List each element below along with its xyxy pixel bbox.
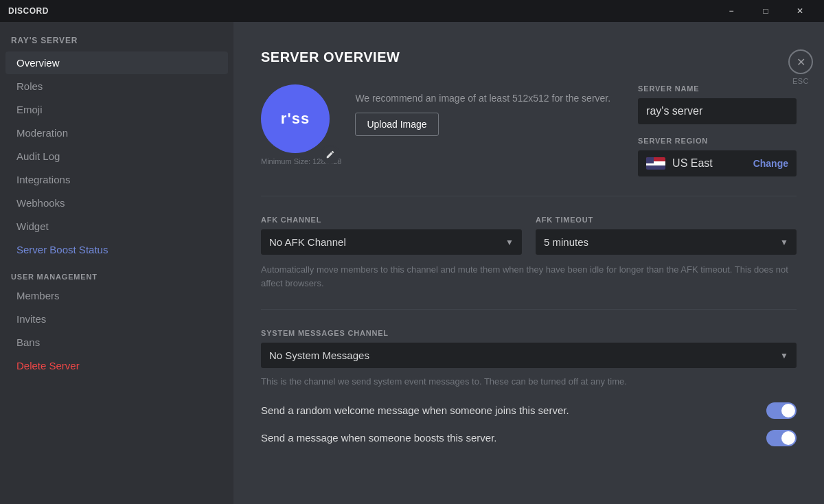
afk-timeout-select[interactable]: 1 minute 5 minutes 10 minutes 30 minutes… (536, 229, 797, 255)
sidebar-item-emoji[interactable]: Emoji (5, 98, 228, 121)
welcome-toggle-row: Send a random welcome message when someo… (261, 402, 797, 419)
sidebar-item-audit-log[interactable]: Audit Log (5, 145, 228, 168)
afk-channel-select[interactable]: No AFK Channel (261, 229, 522, 255)
sidebar-item-widget[interactable]: Widget (5, 215, 228, 238)
server-name-label: SERVER NAME (638, 84, 797, 93)
title-bar: DISCORD − □ ✕ (0, 0, 824, 22)
esc-label: ESC (792, 77, 809, 85)
delete-server-button[interactable]: Delete Server (5, 354, 228, 377)
server-region-label: SERVER REGION (638, 137, 797, 145)
sidebar-server-name: RAY'S SERVER (0, 36, 233, 51)
system-messages-select[interactable]: No System Messages (261, 343, 797, 368)
change-region-button[interactable]: Change (753, 158, 788, 169)
sidebar-item-invites[interactable]: Invites (5, 308, 228, 330)
sidebar-item-members[interactable]: Members (5, 284, 228, 307)
welcome-toggle-label: Send a random welcome message when someo… (261, 404, 569, 416)
afk-channel-select-wrapper: No AFK Channel ▼ (261, 229, 522, 255)
user-management-label: USER MANAGEMENT (0, 262, 233, 284)
sidebar-item-bans[interactable]: Bans (5, 331, 228, 354)
afk-timeout-select-wrapper: 1 minute 5 minutes 10 minutes 30 minutes… (536, 229, 797, 255)
system-messages-label: SYSTEM MESSAGES CHANNEL (261, 329, 797, 337)
sidebar-item-webhooks[interactable]: Webhooks (5, 192, 228, 214)
server-icon: r'ss (261, 84, 330, 153)
system-messages-help-text: This is the channel we send system event… (261, 375, 797, 389)
main-content: ✕ ESC SERVER OVERVIEW r'ss (233, 22, 824, 504)
boost-toggle[interactable] (766, 430, 797, 446)
upload-image-button[interactable]: Upload Image (355, 113, 438, 136)
server-settings-right: SERVER NAME SERVER REGION US East Change (638, 84, 797, 176)
afk-timeout-label: AFK TIMEOUT (536, 216, 797, 224)
app-body: RAY'S SERVER Overview Roles Emoji Modera… (0, 22, 824, 504)
server-icon-right: We recommend an image of at least 512x51… (355, 84, 610, 136)
afk-help-text: Automatically move members to this chann… (261, 263, 797, 290)
divider-2 (261, 309, 797, 310)
esc-button[interactable]: ✕ (788, 49, 813, 74)
app-title: DISCORD (8, 6, 49, 16)
maximize-button[interactable]: □ (750, 0, 781, 22)
afk-channel-col: AFK CHANNEL No AFK Channel ▼ (261, 216, 522, 255)
esc-area: ✕ ESC (788, 49, 813, 85)
sidebar-item-moderation[interactable]: Moderation (5, 122, 228, 144)
us-flag-icon (646, 157, 665, 170)
close-button[interactable]: ✕ (784, 0, 816, 22)
system-messages-select-wrapper: No System Messages ▼ (261, 343, 797, 368)
section-container: SERVER OVERVIEW r'ss (261, 49, 797, 446)
afk-channel-label: AFK CHANNEL (261, 216, 522, 224)
sidebar-item-integrations[interactable]: Integrations (5, 168, 228, 191)
server-icon-description: We recommend an image of at least 512x51… (355, 91, 610, 106)
region-left: US East (646, 157, 713, 170)
sidebar-item-boost[interactable]: Server Boost Status (5, 238, 228, 261)
server-icon-wrapper: r'ss Minimum Size: 128x128 (261, 84, 341, 165)
server-icon-section: r'ss Minimum Size: 128x128 We recommend … (261, 84, 610, 165)
boost-toggle-label: Send a message when someone boosts this … (261, 432, 497, 444)
page-title: SERVER OVERVIEW (261, 49, 797, 65)
server-name-input[interactable] (638, 98, 797, 124)
divider-1 (261, 196, 797, 196)
afk-timeout-col: AFK TIMEOUT 1 minute 5 minutes 10 minute… (536, 216, 797, 255)
region-name: US East (672, 157, 713, 170)
boost-toggle-row: Send a message when someone boosts this … (261, 430, 797, 446)
server-region-selector[interactable]: US East Change (638, 150, 797, 176)
afk-section: AFK CHANNEL No AFK Channel ▼ AFK TIMEOUT… (261, 216, 797, 255)
window-controls: − □ ✕ (716, 0, 816, 22)
sidebar-item-overview[interactable]: Overview (5, 51, 228, 74)
sidebar: RAY'S SERVER Overview Roles Emoji Modera… (0, 22, 233, 504)
sidebar-item-roles[interactable]: Roles (5, 75, 228, 98)
minimize-button[interactable]: − (716, 0, 747, 22)
welcome-toggle[interactable] (766, 402, 797, 419)
